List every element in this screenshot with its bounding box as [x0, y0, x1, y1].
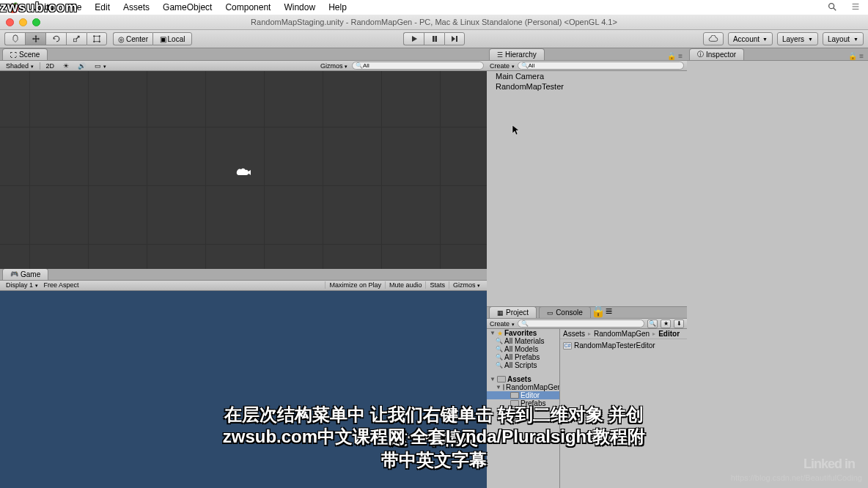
breadcrumb-item[interactable]: Assets: [563, 330, 585, 338]
hierarchy-item[interactable]: RandomMapTester: [487, 81, 687, 92]
breadcrumb-item[interactable]: RandomMapGen: [594, 330, 650, 338]
lock-icon: 🔒: [667, 52, 676, 60]
inspector-tab[interactable]: ⓘInspector: [689, 48, 744, 60]
shading-mode-dropdown[interactable]: Shaded ▾: [3, 62, 40, 70]
window-title: RandomMapStaging.unity - RandomMapGen - …: [251, 18, 617, 26]
svg-rect-13: [456, 36, 457, 42]
menu-gameobject[interactable]: GameObject: [163, 2, 212, 12]
stats-toggle[interactable]: Stats: [425, 281, 449, 289]
hierarchy-panel-menu[interactable]: 🔒≡: [667, 52, 683, 60]
pivot-group: ◎Center ▣Local: [113, 32, 192, 45]
pause-button[interactable]: [424, 32, 444, 45]
inspector-body[interactable]: [687, 61, 868, 488]
maximize-window-button[interactable]: [32, 18, 40, 26]
hierarchy-list[interactable]: Main Camera RandomMapTester: [487, 71, 687, 306]
rotate-tool-button[interactable]: [45, 32, 66, 45]
scene-tab[interactable]: ⛶Scene: [2, 48, 48, 60]
close-window-button[interactable]: [6, 18, 14, 26]
hierarchy-icon: ☰: [497, 51, 503, 59]
scene-viewport[interactable]: [0, 71, 487, 269]
menu-assets[interactable]: Assets: [123, 2, 150, 12]
breadcrumb-item[interactable]: Editor: [658, 330, 680, 338]
favorites-header[interactable]: ▼★Favorites: [487, 329, 559, 337]
svg-point-10: [99, 41, 100, 42]
favorite-item[interactable]: 🔍All Models: [487, 345, 559, 353]
aspect-dropdown[interactable]: Free Aspect: [41, 281, 136, 289]
hierarchy-search[interactable]: 🔍All: [518, 62, 684, 70]
scale-tool-button[interactable]: [66, 32, 87, 45]
svg-point-9: [93, 41, 95, 42]
macos-menubar: 🍎 Unity File Edit Assets GameObject Comp…: [0, 0, 868, 15]
fx-toggle[interactable]: ▭ ▾: [92, 62, 109, 70]
scene-tabs: ⛶Scene: [0, 48, 487, 61]
hierarchy-tabs: ☰Hierarchy 🔒≡: [487, 48, 687, 61]
cloud-button[interactable]: [703, 32, 724, 45]
layout-dropdown[interactable]: Layout▼: [823, 32, 864, 45]
step-button[interactable]: [444, 32, 465, 45]
hierarchy-create-dropdown[interactable]: Create ▾: [490, 62, 515, 70]
project-tabs: ▦Project ▭Console 🔒≡: [487, 307, 687, 319]
minimize-window-button[interactable]: [19, 18, 27, 26]
game-icon: 🎮: [10, 270, 18, 278]
folder-icon: [497, 376, 506, 382]
lighting-toggle[interactable]: ☀: [60, 62, 72, 70]
inspector-panel-menu[interactable]: 🔒≡: [848, 52, 864, 60]
linkedin-watermark: Linked in: [803, 456, 855, 472]
menu-help[interactable]: Help: [328, 2, 347, 12]
project-breadcrumb: Assets▸ RandomMapGen▸ Editor: [560, 329, 687, 339]
scene-search[interactable]: 🔍All: [352, 62, 484, 70]
folder-item-selected[interactable]: Editor: [487, 391, 559, 399]
pivot-center-button[interactable]: ◎Center: [113, 32, 152, 45]
project-search[interactable]: 🔍: [518, 319, 644, 328]
assets-header[interactable]: ▼Assets: [487, 375, 559, 383]
file-item[interactable]: C#RandomMapTesterEditor: [563, 341, 684, 350]
mode-2d-toggle[interactable]: 2D: [43, 62, 58, 70]
favorite-item[interactable]: 🔍All Prefabs: [487, 353, 559, 361]
search-icon: 🔍: [496, 346, 503, 352]
maximize-on-play-toggle[interactable]: Maximize on Play: [325, 281, 385, 289]
svg-point-7: [93, 35, 95, 37]
gizmos-dropdown[interactable]: Gizmos ▾: [317, 62, 350, 70]
pivot-local-button[interactable]: ▣Local: [152, 32, 192, 45]
project-toolbar: Create ▾ 🔍 🔍 ★ ⬇: [487, 319, 687, 329]
console-icon: ▭: [547, 309, 553, 317]
project-icon: ▦: [497, 309, 504, 317]
layers-dropdown[interactable]: Layers▼: [777, 32, 818, 45]
search-icon: 🔍: [496, 354, 503, 361]
display-dropdown[interactable]: Display 1 ▾: [3, 281, 41, 289]
camera-gizmo-icon: [235, 166, 252, 178]
search-icon[interactable]: [827, 1, 837, 14]
play-button[interactable]: [403, 32, 424, 45]
audio-toggle[interactable]: 🔊: [75, 62, 89, 70]
rect-tool-button[interactable]: [87, 32, 107, 45]
menu-edit[interactable]: Edit: [95, 2, 110, 12]
hierarchy-tab[interactable]: ☰Hierarchy: [489, 48, 545, 60]
inspector-icon: ⓘ: [697, 50, 704, 59]
game-gizmos-dropdown[interactable]: Gizmos ▾: [449, 281, 484, 289]
scene-icon: ⛶: [10, 51, 17, 59]
project-tab[interactable]: ▦Project: [489, 306, 537, 318]
hierarchy-toolbar: Create ▾ 🔍All: [487, 61, 687, 71]
game-tab[interactable]: 🎮Game: [2, 268, 48, 280]
footer-url: https://blog.csdn.net/BeautifulCoding: [731, 473, 862, 482]
favorite-item[interactable]: 🔍All Scripts: [487, 361, 559, 369]
move-tool-button[interactable]: [25, 32, 45, 45]
hand-tool-button[interactable]: [4, 32, 25, 45]
traffic-lights: [0, 18, 40, 26]
hierarchy-item[interactable]: Main Camera: [487, 71, 687, 81]
project-file-list[interactable]: C#RandomMapTesterEditor: [560, 339, 687, 352]
svg-rect-6: [94, 36, 100, 42]
menu-list-icon[interactable]: [850, 1, 861, 14]
folder-icon: [503, 384, 504, 391]
favorite-filter-icon[interactable]: ★: [661, 319, 671, 328]
console-tab[interactable]: ▭Console: [539, 306, 591, 318]
favorite-item[interactable]: 🔍All Materials: [487, 337, 559, 345]
menu-window[interactable]: Window: [284, 2, 315, 12]
project-create-dropdown[interactable]: Create ▾: [490, 320, 515, 328]
mute-audio-toggle[interactable]: Mute audio: [385, 281, 426, 289]
menu-component[interactable]: Component: [225, 2, 271, 12]
account-dropdown[interactable]: Account▼: [728, 32, 773, 45]
search-filter-icon[interactable]: 🔍: [647, 319, 658, 328]
folder-item[interactable]: ▼RandomMapGen: [487, 383, 559, 391]
save-filter-icon[interactable]: ⬇: [674, 319, 684, 328]
